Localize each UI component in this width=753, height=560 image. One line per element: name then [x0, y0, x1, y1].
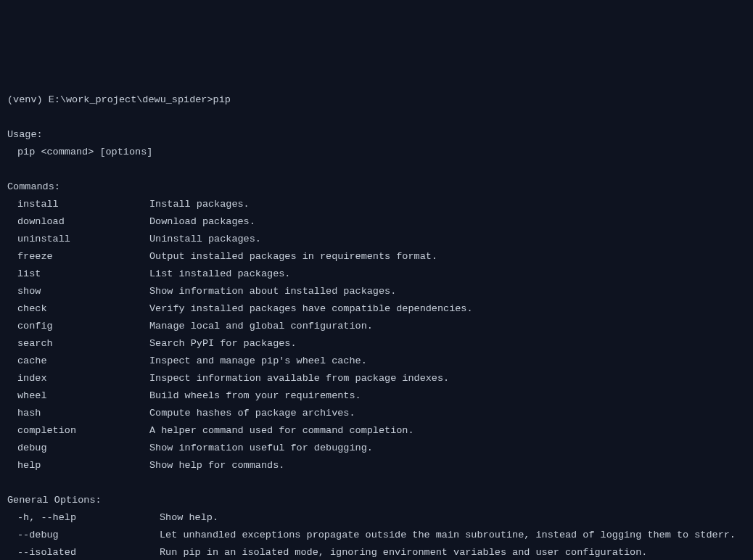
command-name: hash	[7, 405, 149, 422]
command-desc: Show information about installed package…	[149, 283, 396, 300]
option-desc: Show help.	[160, 509, 218, 527]
command-name: index	[7, 370, 149, 387]
terminal-output[interactable]: (venv) E:\work_project\dewu_spider>pip U…	[7, 74, 746, 560]
command-row: searchSearch PyPI for packages.	[7, 338, 297, 349]
commands-header: Commands:	[7, 181, 60, 192]
command-name: install	[7, 196, 149, 213]
command-row: listList installed packages.	[7, 268, 290, 279]
command-desc: A helper command used for command comple…	[149, 422, 414, 440]
command-name: config	[7, 318, 149, 335]
command-row: indexInspect information available from …	[7, 373, 449, 384]
command-desc: Verify installed packages have compatibl…	[149, 300, 473, 318]
prompt-line: (venv) E:\work_project\dewu_spider>pip	[7, 94, 231, 105]
command-desc: Inspect and manage pip's wheel cache.	[149, 353, 367, 370]
command-name: show	[7, 283, 149, 300]
command-desc: Download packages.	[149, 213, 255, 231]
command-desc: Inspect information available from packa…	[149, 370, 449, 387]
command-desc: Output installed packages in requirement…	[149, 248, 437, 265]
option-desc: Run pip in an isolated mode, ignoring en…	[160, 544, 647, 560]
command-desc: Manage local and global configuration.	[149, 318, 373, 335]
command-desc: Uninstall packages.	[149, 231, 261, 248]
option-flag: --debug	[7, 527, 160, 544]
command-row: freezeOutput installed packages in requi…	[7, 251, 437, 262]
command-name: help	[7, 457, 149, 474]
command-row: checkVerify installed packages have comp…	[7, 303, 473, 314]
command-desc: Show information useful for debugging.	[149, 440, 373, 457]
command-name: download	[7, 213, 149, 231]
command-desc: Compute hashes of package archives.	[149, 405, 355, 422]
command-row: wheelBuild wheels from your requirements…	[7, 390, 361, 401]
command-row: debugShow information useful for debuggi…	[7, 442, 373, 453]
command-desc: List installed packages.	[149, 265, 290, 283]
command-desc: Show help for commands.	[149, 457, 284, 474]
command-name: completion	[7, 422, 149, 440]
command-name: check	[7, 300, 149, 318]
usage-line: pip <command> [options]	[7, 147, 152, 157]
option-row: -h, --helpShow help.	[7, 512, 218, 523]
command-row: cacheInspect and manage pip's wheel cach…	[7, 355, 367, 366]
command-row: downloadDownload packages.	[7, 216, 255, 227]
option-row: --debugLet unhandled exceptions propagat…	[7, 530, 736, 540]
command-name: uninstall	[7, 231, 149, 248]
command-row: uninstallUninstall packages.	[7, 234, 261, 244]
command-desc: Build wheels from your requirements.	[149, 387, 361, 405]
command-name: cache	[7, 353, 149, 370]
options-header: General Options:	[7, 495, 102, 506]
command-desc: Search PyPI for packages.	[149, 335, 297, 353]
command-row: helpShow help for commands.	[7, 460, 284, 471]
command-name: debug	[7, 440, 149, 457]
command-desc: Install packages.	[149, 196, 250, 213]
option-flag: -h, --help	[7, 509, 160, 527]
option-flag: --isolated	[7, 544, 160, 560]
command-row: configManage local and global configurat…	[7, 321, 373, 332]
command-name: list	[7, 265, 149, 283]
command-name: freeze	[7, 248, 149, 265]
command-row: completionA helper command used for comm…	[7, 425, 414, 436]
option-row: --isolatedRun pip in an isolated mode, i…	[7, 547, 647, 558]
option-desc: Let unhandled exceptions propagate outsi…	[160, 527, 736, 544]
command-name: search	[7, 335, 149, 353]
command-name: wheel	[7, 387, 149, 405]
command-row: showShow information about installed pac…	[7, 286, 396, 297]
usage-header: Usage:	[7, 129, 43, 140]
command-row: installInstall packages.	[7, 199, 250, 210]
command-row: hashCompute hashes of package archives.	[7, 408, 355, 419]
